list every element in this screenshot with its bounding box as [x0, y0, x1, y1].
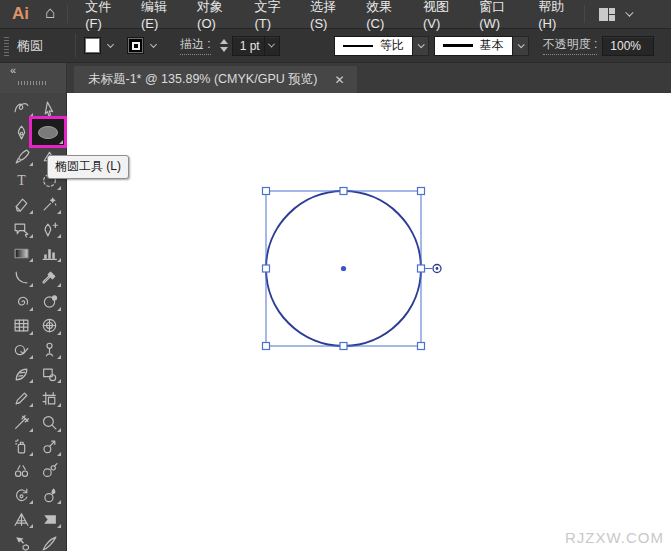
annotation-select-tool[interactable]: [7, 217, 35, 241]
pencil-tool[interactable]: [7, 386, 35, 410]
stepper-down-icon[interactable]: [220, 47, 228, 52]
opacity-field[interactable]: 100%: [602, 36, 654, 56]
gradient-tool[interactable]: [7, 241, 35, 265]
chevron-down-icon[interactable]: [264, 37, 279, 55]
menu-item-7[interactable]: 窗口(W): [468, 0, 527, 28]
eyedropper-tool[interactable]: [35, 265, 63, 289]
chevron-down-icon[interactable]: [625, 8, 633, 16]
width-profile-dropdown[interactable]: 等比: [334, 36, 413, 56]
shape-builder-tool[interactable]: [7, 338, 35, 362]
artboard-icon: [41, 390, 58, 407]
spray-icon: [13, 438, 30, 455]
symbol-shifter-tool[interactable]: [35, 435, 63, 459]
menu-item-0[interactable]: 文件(F): [74, 0, 130, 28]
stroke-panel-link[interactable]: 描边 :: [180, 36, 211, 55]
symsize-icon: [41, 462, 58, 479]
symbol-spinner-tool[interactable]: [7, 483, 35, 507]
arc-icon: [13, 269, 30, 286]
symbol-sprayer-tool[interactable]: [7, 435, 35, 459]
brush-definition-dropdown[interactable]: 基本: [434, 36, 513, 56]
selection-handle-3[interactable]: [263, 265, 270, 272]
artboard-tool[interactable]: [35, 386, 63, 410]
ellipse-tool-selected-highlight[interactable]: [29, 116, 67, 148]
selection-handle-0[interactable]: [263, 188, 270, 195]
menu-item-6[interactable]: 视图(V): [412, 0, 468, 28]
width-profile-value: 等比: [380, 37, 404, 54]
document-tab[interactable]: 未标题-1* @ 135.89% (CMYK/GPU 预览) ✕: [74, 66, 357, 93]
add-anchor-point-tool[interactable]: [35, 217, 63, 241]
perspective-grid-tool[interactable]: [7, 507, 35, 531]
brush-definition-value: 基本: [480, 37, 504, 54]
selection-handle-1[interactable]: [340, 188, 347, 195]
selection-handle-4[interactable]: [418, 265, 425, 272]
brush-icon: [13, 148, 30, 165]
workspace-switcher-icon[interactable]: [599, 8, 615, 21]
home-icon[interactable]: ⌂: [39, 3, 67, 25]
stroke-swatch-group: [127, 37, 162, 54]
svg-text:T: T: [17, 173, 26, 188]
menu-item-4[interactable]: 选择(S): [299, 0, 355, 28]
separator: [584, 5, 585, 23]
menu-item-3[interactable]: 文字(T): [243, 0, 299, 28]
chevron-down-icon[interactable]: [150, 41, 157, 48]
selection-handle-5[interactable]: [263, 343, 270, 350]
spiral-tool[interactable]: [7, 290, 35, 314]
toolbar-header: «: [0, 63, 67, 93]
symbol-scruncher-tool[interactable]: [7, 459, 35, 483]
stroke-weight-field[interactable]: 1 pt: [232, 36, 280, 56]
orbit-tool[interactable]: [35, 290, 63, 314]
puppet-warp-tool[interactable]: [35, 338, 63, 362]
menu-item-1[interactable]: 编辑(E): [130, 0, 186, 28]
menu-item-2[interactable]: 对象(O): [186, 0, 243, 28]
selection-handle-6[interactable]: [340, 343, 347, 350]
rectangular-grid-tool[interactable]: [7, 314, 35, 338]
app-logo[interactable]: Ai: [0, 4, 39, 24]
toolbar-drag-handle[interactable]: [18, 81, 48, 85]
center-anchor-dot[interactable]: [341, 266, 346, 271]
selection-handle-7[interactable]: [418, 343, 425, 350]
stroke-weight-stepper[interactable]: [220, 39, 228, 52]
width-profile-group: 等比: [334, 36, 429, 56]
symbol-stainer-tool[interactable]: [35, 483, 63, 507]
selection-3d-tool[interactable]: [7, 531, 35, 551]
stroke-color-swatch[interactable]: [127, 37, 144, 54]
chevron-down-icon[interactable]: [107, 41, 114, 48]
brush-definition-group: 基本: [434, 36, 529, 56]
close-icon[interactable]: ✕: [331, 71, 347, 89]
width-icon: [13, 366, 30, 383]
stepper-up-icon[interactable]: [220, 39, 228, 44]
chevron-down-icon[interactable]: [413, 36, 429, 56]
opacity-panel-link[interactable]: 不透明度 :: [543, 36, 598, 55]
menu-item-8[interactable]: 帮助(H): [527, 0, 584, 28]
watermark-text: RJZXW.COM: [565, 529, 664, 546]
active-tool-label: 椭圆: [17, 37, 75, 55]
type-tool[interactable]: T: [7, 169, 35, 193]
pencil-icon: [13, 390, 30, 407]
shaper-icon: [13, 100, 30, 117]
opacity-value: 100%: [610, 39, 641, 53]
symbol-sizer-tool[interactable]: [35, 459, 63, 483]
menu-item-5[interactable]: 效果(C): [355, 0, 412, 28]
symshift-icon: [41, 438, 58, 455]
live-shape-widget-dot: [436, 267, 439, 270]
crop-image-tool[interactable]: [35, 362, 63, 386]
wash-brush-tool[interactable]: [7, 410, 35, 434]
width-tool[interactable]: [7, 362, 35, 386]
knife-tool[interactable]: [35, 531, 63, 551]
chevron-down-icon[interactable]: [513, 36, 529, 56]
collapse-panel-button[interactable]: «: [0, 65, 66, 75]
column-graph-tool[interactable]: [35, 241, 63, 265]
fill-color-swatch[interactable]: [84, 37, 101, 54]
polar-grid-tool[interactable]: [35, 314, 63, 338]
knife-icon: [41, 535, 58, 551]
cropimg-icon: [41, 366, 58, 383]
ellipse-selection[interactable]: [67, 93, 671, 551]
ellipse-tool[interactable]: [35, 120, 63, 144]
selection-handle-2[interactable]: [418, 188, 425, 195]
arc-tool[interactable]: [7, 265, 35, 289]
eraser-tool[interactable]: [7, 193, 35, 217]
shape-silhouette-tool[interactable]: [35, 507, 63, 531]
zoom-tool[interactable]: [35, 410, 63, 434]
magic-wand-tool[interactable]: [35, 193, 63, 217]
panel-grip[interactable]: [4, 36, 9, 56]
